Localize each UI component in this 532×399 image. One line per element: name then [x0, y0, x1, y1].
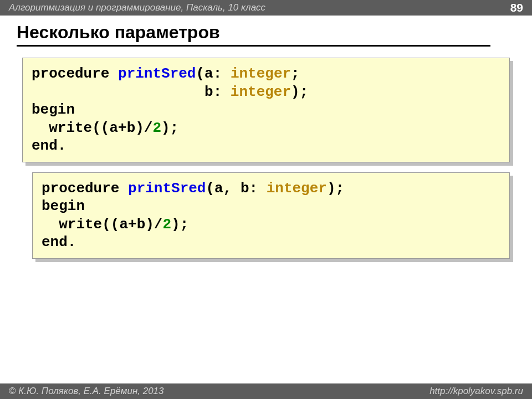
- code-text: (a, b:: [206, 180, 266, 197]
- code-text: );: [327, 180, 344, 197]
- code-function-name: printSred: [128, 180, 206, 197]
- code-number: 2: [162, 216, 171, 233]
- title-underline: [17, 45, 490, 47]
- code-text: );: [161, 120, 178, 136]
- code-type: integer: [267, 180, 327, 197]
- code-text: procedure: [42, 180, 128, 197]
- code-block-1: procedure printSred(a: integer; b: integ…: [22, 58, 510, 162]
- course-label: Алгоритмизация и программирование, Паска…: [9, 2, 265, 13]
- code-number: 2: [152, 120, 161, 136]
- code-text: end.: [32, 137, 66, 154]
- code-text: begin: [32, 101, 75, 118]
- code-block-2-wrapper: procedure printSred(a, b: integer); begi…: [32, 172, 510, 259]
- code-text: begin: [42, 198, 85, 214]
- code-text: (a:: [196, 65, 230, 82]
- code-type: integer: [231, 84, 291, 100]
- url-label: http://kpolyakov.spb.ru: [429, 386, 523, 397]
- header-bar: Алгоритмизация и программирование, Паска…: [0, 0, 532, 16]
- code-text: end.: [42, 234, 76, 250]
- code-text: procedure: [32, 65, 118, 82]
- page-number: 89: [510, 1, 523, 14]
- footer-bar: © К.Ю. Поляков, Е.А. Ерёмин, 2013 http:/…: [0, 383, 532, 399]
- code-text: write((a+b)/: [32, 120, 152, 136]
- code-text: );: [171, 216, 188, 233]
- code-block-2: procedure printSred(a, b: integer); begi…: [32, 172, 510, 259]
- code-text: b:: [32, 84, 231, 100]
- code-function-name: printSred: [118, 65, 196, 82]
- code-text: ;: [291, 65, 300, 82]
- code-text: );: [291, 84, 308, 100]
- code-text: write((a+b)/: [42, 216, 162, 233]
- code-type: integer: [231, 65, 291, 82]
- title-section: Несколько параметров: [0, 16, 532, 50]
- code-block-1-wrapper: procedure printSred(a: integer; b: integ…: [22, 58, 510, 162]
- copyright-icon: ©: [9, 386, 16, 396]
- page-title: Несколько параметров: [17, 22, 515, 44]
- content-area: procedure printSred(a: integer; b: integ…: [0, 50, 532, 259]
- authors-label: © К.Ю. Поляков, Е.А. Ерёмин, 2013: [9, 386, 164, 397]
